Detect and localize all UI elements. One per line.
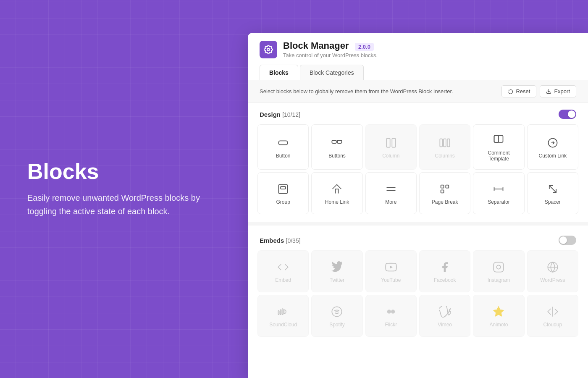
app-icon (260, 41, 277, 58)
svg-rect-6 (392, 139, 395, 147)
block-custom-link[interactable]: Custom Link (527, 124, 578, 170)
app-title-text: Block Manager 2.0.0 Take control of your… (283, 40, 378, 58)
block-page-break-label: Page Break (432, 199, 458, 205)
block-spacer-label: Spacer (545, 199, 561, 205)
block-columns[interactable]: Columns (419, 124, 470, 170)
block-button[interactable]: Button (257, 124, 309, 170)
block-animoto[interactable]: Animoto (473, 295, 524, 337)
block-custom-link-label: Custom Link (538, 153, 567, 159)
section-embeds-count: [0/35] (286, 237, 301, 244)
block-twitter-label: Twitter (330, 277, 344, 283)
svg-rect-19 (441, 190, 444, 193)
block-instagram-label: Instagram (488, 277, 510, 283)
svg-point-0 (267, 48, 270, 51)
svg-rect-29 (280, 310, 281, 315)
section-embeds-header: Embeds [0/35] (248, 229, 588, 249)
svg-rect-14 (281, 186, 286, 189)
app-title: Block Manager (283, 40, 349, 51)
svg-rect-8 (444, 139, 446, 147)
block-spotify-label: Spotify (329, 322, 345, 328)
section-design: Design [10/12] Button (248, 103, 588, 219)
block-embed[interactable]: Embed (257, 250, 309, 292)
block-flickr[interactable]: Flickr (365, 295, 417, 337)
svg-rect-17 (441, 185, 444, 188)
version-badge: 2.0.0 (355, 43, 374, 51)
block-vimeo-label: Vimeo (438, 322, 452, 328)
svg-marker-34 (494, 307, 504, 316)
svg-rect-18 (446, 185, 449, 188)
block-cloudup[interactable]: Cloudup (527, 295, 578, 337)
block-group[interactable]: Group (257, 172, 309, 214)
svg-point-32 (387, 310, 391, 313)
block-animoto-label: Animoto (489, 322, 508, 328)
section-design-header: Design [10/12] (248, 103, 588, 123)
block-facebook-label: Facebook (434, 277, 456, 283)
block-flickr-label: Flickr (385, 322, 397, 328)
block-soundcloud[interactable]: SoundCloud (257, 295, 309, 337)
export-button[interactable]: Export (540, 85, 576, 97)
block-buttons-label: Buttons (328, 153, 346, 159)
section-design-toggle[interactable] (559, 110, 576, 119)
tabs: Blocks Block Categories (260, 64, 576, 80)
block-button-label: Button (276, 153, 291, 159)
toolbar-info: Select blocks below to globally remove t… (260, 88, 453, 94)
block-wordpress[interactable]: WordPress (527, 250, 578, 292)
svg-marker-24 (390, 265, 393, 268)
block-twitter[interactable]: Twitter (311, 250, 362, 292)
export-label: Export (554, 88, 570, 94)
block-soundcloud-label: SoundCloud (269, 322, 297, 328)
svg-rect-5 (386, 139, 390, 147)
block-comment-template[interactable]: Comment Template (473, 124, 524, 170)
svg-rect-2 (279, 141, 288, 144)
block-home-link[interactable]: Home Link (311, 172, 362, 214)
svg-rect-11 (494, 136, 499, 142)
left-heading: Blocks (27, 160, 229, 184)
svg-rect-28 (278, 311, 279, 315)
svg-rect-25 (494, 262, 504, 272)
block-vimeo[interactable]: Vimeo (419, 295, 470, 337)
panel-header: Block Manager 2.0.0 Take control of your… (248, 33, 588, 80)
block-spacer[interactable]: Spacer (527, 172, 578, 214)
block-embed-label: Embed (275, 277, 291, 283)
design-blocks-grid: Button Buttons Column (248, 123, 588, 215)
svg-rect-7 (440, 139, 442, 147)
block-more-label: More (385, 199, 396, 205)
block-buttons[interactable]: Buttons (311, 124, 362, 170)
block-separator-label: Separator (488, 199, 510, 205)
section-embeds: Embeds [0/35] Embed (248, 229, 588, 341)
reset-button[interactable]: Reset (501, 85, 536, 97)
block-column-label: Column (382, 153, 399, 159)
svg-rect-3 (332, 140, 337, 143)
toolbar-actions: Reset Export (501, 85, 576, 97)
svg-point-33 (391, 310, 395, 313)
embeds-blocks-grid: Embed Twitter YouTube (248, 249, 588, 338)
main-panel: Block Manager 2.0.0 Take control of your… (248, 33, 588, 378)
reset-label: Reset (516, 88, 530, 94)
section-design-count: [10/12] (282, 111, 300, 118)
block-page-break[interactable]: Page Break (419, 172, 470, 214)
block-column[interactable]: Column (365, 124, 417, 170)
block-comment-template-label: Comment Template (478, 150, 520, 162)
block-cloudup-label: Cloudup (543, 322, 562, 328)
svg-rect-4 (338, 140, 342, 143)
block-more[interactable]: More (365, 172, 417, 214)
block-facebook[interactable]: Facebook (419, 250, 470, 292)
block-spotify[interactable]: Spotify (311, 295, 362, 337)
tab-blocks[interactable]: Blocks (260, 65, 298, 80)
block-youtube[interactable]: YouTube (365, 250, 417, 292)
block-separator[interactable]: Separator (473, 172, 524, 214)
block-instagram[interactable]: Instagram (473, 250, 524, 292)
svg-rect-9 (447, 139, 450, 147)
block-columns-label: Columns (435, 153, 454, 159)
app-subtitle: Take control of your WordPress blocks. (283, 52, 378, 58)
block-youtube-label: YouTube (381, 277, 401, 283)
section-embeds-toggle[interactable] (559, 236, 576, 245)
toolbar: Select blocks below to globally remove t… (248, 80, 588, 103)
section-divider (248, 222, 588, 226)
toggle-knob (568, 110, 575, 118)
embeds-toggle-knob (559, 236, 567, 244)
tab-block-categories[interactable]: Block Categories (300, 65, 364, 80)
block-wordpress-label: WordPress (540, 277, 565, 283)
left-subtext: Easily remove unwanted WordPress blocks … (27, 192, 229, 218)
svg-line-23 (549, 186, 556, 192)
